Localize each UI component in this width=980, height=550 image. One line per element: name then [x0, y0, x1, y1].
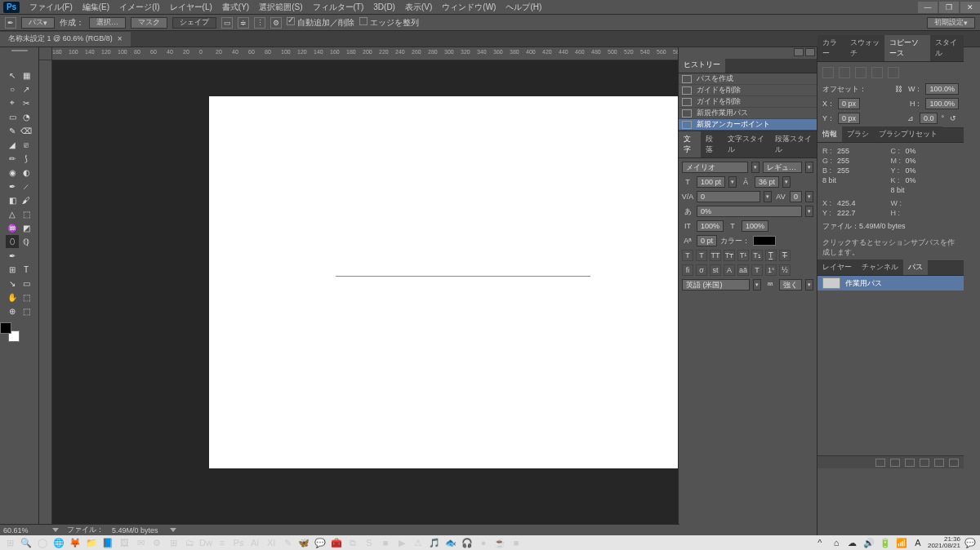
- tool-button[interactable]: ℚ: [20, 235, 33, 248]
- ot-fi[interactable]: fi: [682, 264, 693, 276]
- tab-color[interactable]: カラー: [817, 35, 845, 61]
- tray-icon[interactable]: ^: [813, 536, 826, 549]
- path-align-icon[interactable]: ≑: [238, 17, 249, 29]
- tool-button[interactable]: ◔: [20, 110, 33, 123]
- tool-button[interactable]: ↗: [20, 82, 33, 95]
- tool-button[interactable]: ✋: [6, 291, 19, 304]
- tool-button[interactable]: T: [20, 263, 33, 276]
- hscale-input[interactable]: 100%: [742, 220, 768, 232]
- tool-button[interactable]: ⬚: [20, 291, 33, 304]
- notification-icon[interactable]: 💬: [964, 536, 977, 549]
- path-segment[interactable]: [336, 276, 590, 277]
- dropdown-icon[interactable]: ▾: [805, 191, 813, 202]
- workspace-dropdown[interactable]: 初期設定 ▾: [927, 17, 975, 29]
- font-style-dropdown[interactable]: レギュ…: [763, 162, 802, 173]
- tool-button[interactable]: ⟋: [20, 180, 33, 193]
- tab-parastyle[interactable]: 段落スタイル: [770, 131, 817, 157]
- ruler-vertical[interactable]: [39, 60, 52, 535]
- dropdown-icon[interactable]: ▾: [728, 176, 737, 188]
- settings-icon[interactable]: ⚙: [270, 17, 282, 29]
- ot-ad[interactable]: aā: [737, 264, 749, 276]
- document-tab-close-icon[interactable]: ×: [118, 34, 122, 43]
- tray-icon[interactable]: ⌂: [830, 536, 843, 549]
- w-input[interactable]: 100.0%: [925, 83, 959, 95]
- tool-button[interactable]: ✒: [6, 249, 19, 262]
- tab-copysource[interactable]: コピーソース: [884, 35, 930, 61]
- tool-button[interactable]: ✂: [20, 96, 33, 109]
- taskbar-app-icon[interactable]: ■: [510, 536, 523, 549]
- menu-type[interactable]: 書式(Y): [217, 0, 254, 15]
- menu-image[interactable]: イメージ(I): [114, 0, 164, 15]
- history-item[interactable]: パスを作成: [679, 73, 817, 85]
- taskbar-app-icon[interactable]: 🗂: [183, 536, 196, 549]
- dropdown-icon[interactable]: ▾: [753, 279, 761, 291]
- taskbar-app-icon[interactable]: 🦊: [69, 536, 82, 549]
- clock[interactable]: 21:362021/08/21: [928, 536, 960, 549]
- clone-source-2[interactable]: [839, 67, 850, 78]
- taskbar-app-icon[interactable]: ⊞: [167, 536, 180, 549]
- underline-toggle[interactable]: T̲: [765, 250, 777, 261]
- taskbar-app-icon[interactable]: ⚙: [150, 536, 163, 549]
- tool-button[interactable]: ◐: [20, 166, 33, 179]
- menu-edit[interactable]: 編集(E): [78, 0, 114, 15]
- dropdown-icon[interactable]: ▾: [805, 279, 813, 291]
- tool-button[interactable]: ⊕: [6, 304, 19, 317]
- menu-3d[interactable]: 3D(D): [368, 0, 400, 15]
- taskbar-app-icon[interactable]: ✉: [134, 536, 147, 549]
- tool-button[interactable]: ⌖: [6, 96, 19, 109]
- new-path-icon[interactable]: [934, 459, 944, 467]
- tool-button[interactable]: ⎚: [20, 138, 33, 151]
- bold-toggle[interactable]: T: [682, 250, 693, 261]
- history-item[interactable]: 新規作業用パス: [679, 108, 817, 119]
- text-color-swatch[interactable]: [753, 236, 776, 246]
- tab-channels[interactable]: チャンネル: [857, 259, 903, 275]
- taskbar-app-icon[interactable]: ≡: [216, 536, 229, 549]
- mode-dropdown[interactable]: パス ▾: [21, 17, 55, 29]
- tool-button[interactable]: △: [6, 207, 19, 220]
- tool-button[interactable]: 🖌: [20, 193, 33, 206]
- close-button[interactable]: ✕: [960, 2, 980, 13]
- taskbar-app-icon[interactable]: 💬: [314, 536, 327, 549]
- tab-style[interactable]: スタイル: [930, 35, 964, 61]
- tool-button[interactable]: ▭: [20, 277, 33, 290]
- menu-window[interactable]: ウィンドウ(W): [437, 0, 501, 15]
- document-tab[interactable]: 名称未設定 1 @ 60.6% (RGB/8) ×: [0, 32, 131, 47]
- taskbar-app-icon[interactable]: ●: [477, 536, 490, 549]
- x-input[interactable]: 0 px: [838, 98, 860, 109]
- zoom-menu-icon[interactable]: [52, 528, 59, 532]
- taskbar-app-icon[interactable]: Ps: [232, 536, 245, 549]
- taskbar-app-icon[interactable]: ⚠: [412, 536, 425, 549]
- path-to-selection-icon[interactable]: [905, 459, 915, 467]
- tool-button[interactable]: ◩: [20, 221, 33, 234]
- history-item[interactable]: ガイドを削除: [679, 85, 817, 96]
- taskbar-app-icon[interactable]: 📁: [85, 536, 98, 549]
- ot-1st[interactable]: 1ˢ: [765, 264, 777, 276]
- tray-icon[interactable]: 🔊: [862, 536, 875, 549]
- status-menu-icon[interactable]: [170, 528, 176, 532]
- tab-character[interactable]: 文字: [679, 131, 701, 157]
- vscale-input[interactable]: 100%: [697, 220, 724, 232]
- panel-collapse-icon[interactable]: [794, 48, 804, 56]
- tab-swatch[interactable]: スウォッチ: [845, 35, 884, 61]
- tool-button[interactable]: ◢: [6, 138, 19, 151]
- tab-charstyle[interactable]: 文字スタイル: [723, 131, 769, 157]
- dropdown-icon[interactable]: ▾: [782, 176, 791, 188]
- taskbar-app-icon[interactable]: 🎧: [461, 536, 474, 549]
- tab-paragraph[interactable]: 段落: [701, 131, 723, 157]
- tool-button[interactable]: ✒: [6, 180, 19, 193]
- path-item[interactable]: 作業用パス: [817, 276, 964, 291]
- tracking-input[interactable]: 0: [790, 191, 802, 202]
- menu-help[interactable]: ヘルプ(H): [501, 0, 546, 15]
- tray-icon[interactable]: 🔋: [879, 536, 892, 549]
- ruler-horizontal[interactable]: 1801601401201008060402002040608010012014…: [52, 47, 678, 60]
- path-op-icon[interactable]: ▭: [221, 17, 233, 29]
- taskbar-app-icon[interactable]: ■: [379, 536, 392, 549]
- leading-input[interactable]: 36 pt: [755, 176, 779, 188]
- angle-input[interactable]: 0.0: [920, 113, 938, 124]
- kerning-input[interactable]: 0: [697, 191, 760, 202]
- ruler-origin[interactable]: [39, 47, 52, 60]
- taskbar-app-icon[interactable]: 🧰: [330, 536, 343, 549]
- menu-view[interactable]: 表示(V): [400, 0, 437, 15]
- tool-button[interactable]: ✎: [6, 124, 19, 137]
- taskbar-app-icon[interactable]: 🔍: [20, 536, 33, 549]
